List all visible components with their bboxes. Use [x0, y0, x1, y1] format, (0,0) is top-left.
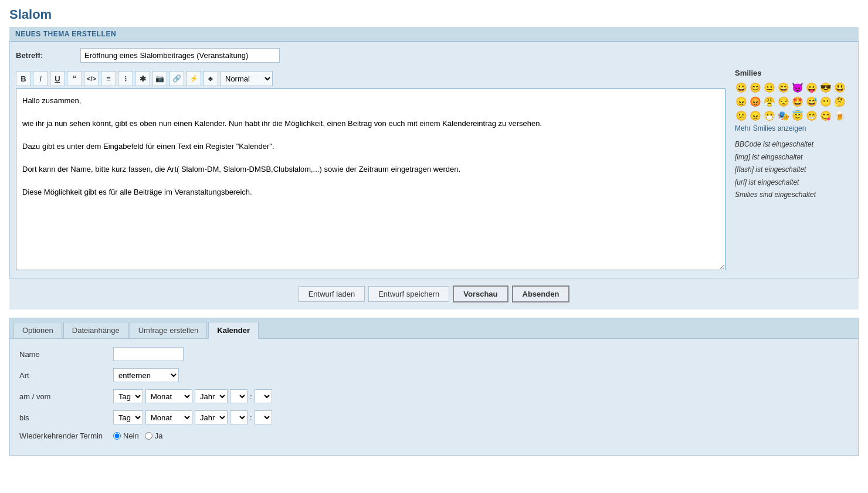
- asterisk-button[interactable]: ✱: [135, 71, 150, 86]
- bis-minute-select[interactable]: [255, 410, 272, 424]
- toolbar: B I U “ </> ≡ ⁝ ✱ 📷 🔗 ⚡ ♣ Normal Heading…: [16, 69, 725, 89]
- am-vom-date-group: Tag Monat Jahr :: [113, 389, 272, 403]
- save-draft-button[interactable]: Entwurf speichern: [368, 286, 449, 302]
- section-header: Neues Thema erstellen: [9, 27, 859, 42]
- smiley-6[interactable]: 😛: [805, 81, 818, 94]
- am-vom-minute-select[interactable]: [255, 389, 272, 403]
- tab-kalender[interactable]: Kalender: [208, 322, 259, 339]
- bis-monat-select[interactable]: Monat: [145, 410, 192, 424]
- smiley-7[interactable]: 😎: [819, 81, 832, 94]
- tabs-header: Optionen Dateianhänge Umfrage erstellen …: [10, 318, 858, 338]
- smiley-3[interactable]: 😐: [763, 81, 776, 94]
- editor-textarea[interactable]: Hallo zusammen, wie ihr ja nun sehen kön…: [16, 89, 725, 270]
- smiley-8[interactable]: 😃: [833, 81, 846, 94]
- italic-button[interactable]: I: [33, 71, 48, 86]
- flash-button[interactable]: ⚡: [186, 71, 201, 86]
- action-bar: Entwurf laden Entwurf speichern Vorschau…: [9, 278, 859, 310]
- smilies-grid: 😀 😊 😐 😄 😈 😛 😎 😃 😠 😡 😤 😒 🤩 😅 😶 🤔: [735, 81, 852, 122]
- list-unordered-button[interactable]: ⁝: [118, 71, 133, 86]
- smiley-20[interactable]: 🎭: [777, 109, 790, 122]
- smiley-22[interactable]: 😁: [805, 109, 818, 122]
- smiley-24[interactable]: 🍺: [833, 109, 846, 122]
- name-row: Name: [19, 347, 849, 361]
- ja-radio-label[interactable]: Ja: [145, 431, 163, 440]
- betreff-input[interactable]: [80, 48, 280, 63]
- page-title: Slalom: [0, 0, 868, 27]
- wiederkehrend-radio-group: Nein Ja: [113, 431, 162, 440]
- am-vom-label: am / vom: [19, 392, 113, 401]
- load-draft-button[interactable]: Entwurf laden: [299, 286, 365, 302]
- smiley-9[interactable]: 😠: [735, 95, 748, 108]
- tab-umfrage[interactable]: Umfrage erstellen: [130, 322, 208, 338]
- preview-button[interactable]: Vorschau: [453, 285, 508, 302]
- submit-button[interactable]: Absenden: [512, 285, 570, 302]
- smilies-title: Smilies: [735, 69, 852, 77]
- name-input[interactable]: [113, 347, 184, 361]
- smiley-2[interactable]: 😊: [749, 81, 762, 94]
- bis-colon: :: [250, 413, 252, 422]
- link-button[interactable]: 🔗: [169, 71, 184, 86]
- art-select[interactable]: entfernen Slalom-DM Slalom-DMSB Clubslal…: [113, 368, 179, 382]
- format-select[interactable]: Normal Heading 1 Heading 2 Heading 3: [220, 71, 273, 86]
- smiley-10[interactable]: 😡: [749, 95, 762, 108]
- bis-row: bis Tag Monat Jahr :: [19, 410, 849, 424]
- smiley-17[interactable]: 😕: [735, 109, 748, 122]
- am-vom-jahr-select[interactable]: Jahr: [195, 389, 228, 403]
- art-label: Art: [19, 371, 113, 380]
- more-smilies-link[interactable]: Mehr Smilies anzeigen: [735, 124, 852, 132]
- kalender-tab-content: Name Art entfernen Slalom-DM Slalom-DMSB…: [10, 338, 858, 455]
- bis-date-group: Tag Monat Jahr :: [113, 410, 272, 424]
- smiley-15[interactable]: 😶: [819, 95, 832, 108]
- bis-tag-select[interactable]: Tag: [113, 410, 143, 424]
- am-vom-monat-select[interactable]: Monat: [145, 389, 192, 403]
- art-row: Art entfernen Slalom-DM Slalom-DMSB Club…: [19, 368, 849, 382]
- smiley-11[interactable]: 😤: [763, 95, 776, 108]
- list-ordered-button[interactable]: ≡: [101, 71, 116, 86]
- am-vom-hour-select[interactable]: [230, 389, 247, 403]
- nein-radio-label[interactable]: Nein: [113, 431, 139, 440]
- image-button[interactable]: 📷: [152, 71, 167, 86]
- nein-label: Nein: [123, 431, 139, 440]
- tab-optionen[interactable]: Optionen: [13, 322, 62, 338]
- am-vom-row: am / vom Tag Monat Jahr :: [19, 389, 849, 403]
- underline-button[interactable]: U: [50, 71, 65, 86]
- ja-label: Ja: [155, 431, 163, 440]
- ja-radio[interactable]: [145, 432, 152, 440]
- smiley-18[interactable]: 😠: [749, 109, 762, 122]
- name-label: Name: [19, 350, 113, 359]
- smiley-1[interactable]: 😀: [735, 81, 748, 94]
- bis-jahr-select[interactable]: Jahr: [195, 410, 228, 424]
- smiley-4[interactable]: 😄: [777, 81, 790, 94]
- quote-button[interactable]: “: [67, 71, 82, 86]
- smiley-13[interactable]: 🤩: [791, 95, 804, 108]
- smiley-14[interactable]: 😅: [805, 95, 818, 108]
- paint-button[interactable]: ♣: [203, 71, 218, 86]
- bold-button[interactable]: B: [16, 71, 31, 86]
- code-button[interactable]: </>: [84, 71, 99, 86]
- betreff-label: Betreff:: [16, 51, 80, 60]
- smiley-12[interactable]: 😒: [777, 95, 790, 108]
- smiley-16[interactable]: 🤔: [833, 95, 846, 108]
- smiley-21[interactable]: 😇: [791, 109, 804, 122]
- smiley-5[interactable]: 😈: [791, 81, 804, 94]
- bis-hour-select[interactable]: [230, 410, 247, 424]
- tab-dateianhaenge[interactable]: Dateianhänge: [63, 322, 128, 338]
- tabs-section: Optionen Dateianhänge Umfrage erstellen …: [9, 318, 859, 456]
- bbcode-info: BBCode ist eingeschaltet [img] ist einge…: [735, 138, 852, 202]
- am-vom-colon: :: [250, 392, 252, 401]
- wiederkehrend-row: Wiederkehrender Termin Nein Ja: [19, 431, 849, 440]
- am-vom-tag-select[interactable]: Tag: [113, 389, 143, 403]
- smiley-19[interactable]: 😷: [763, 109, 776, 122]
- wiederkehrend-label: Wiederkehrender Termin: [19, 431, 113, 440]
- nein-radio[interactable]: [113, 432, 121, 440]
- smiley-23[interactable]: 😋: [819, 109, 832, 122]
- bis-label: bis: [19, 413, 113, 422]
